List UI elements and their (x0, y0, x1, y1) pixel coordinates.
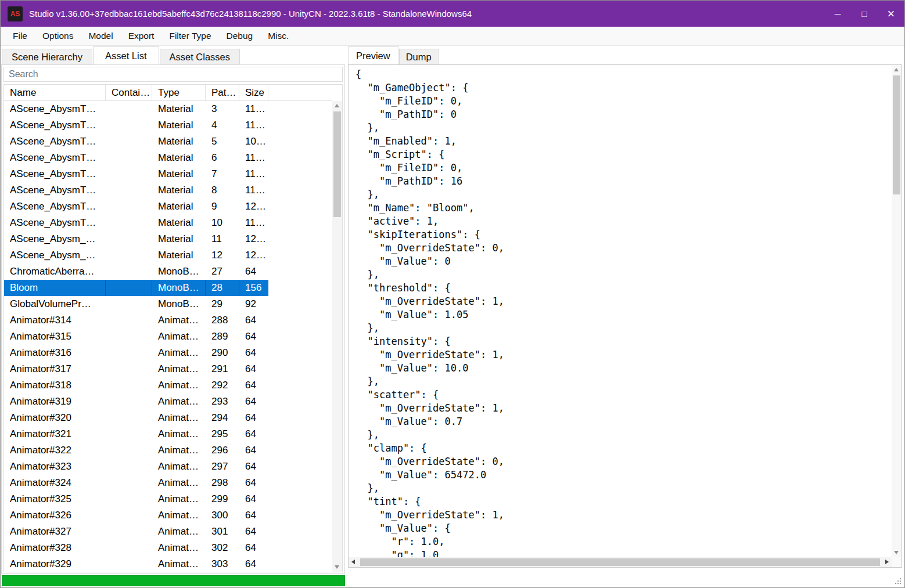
scrollbar-thumb[interactable] (333, 111, 341, 217)
cell: Material (152, 182, 206, 199)
asset-table-vertical-scrollbar[interactable] (332, 101, 342, 572)
cell: AScene_AbysmT… (4, 117, 106, 134)
preview-horizontal-scrollbar[interactable] (349, 557, 892, 567)
table-row[interactable]: AScene_AbysmT…Material1011… (4, 215, 268, 231)
dump-text: { "m_GameObject": { "m_FileID": 0, "m_Pa… (349, 65, 892, 557)
cell (106, 182, 152, 199)
column-header-contai[interactable]: Contai… (106, 85, 152, 100)
table-row[interactable]: Animator#328Animat…30264 (4, 540, 268, 556)
cell (106, 410, 152, 426)
table-row[interactable]: Animator#329Animat…30364 (4, 556, 268, 572)
maximize-button[interactable]: □ (851, 1, 878, 27)
table-row[interactable]: AScene_AbysmT…Material912… (4, 199, 268, 215)
menu-model[interactable]: Model (81, 27, 120, 45)
app-icon[interactable]: AS (8, 6, 23, 21)
table-row[interactable]: AScene_AbysmT…Material811… (4, 182, 268, 199)
cell: Animat… (152, 556, 206, 572)
scrollbar-thumb[interactable] (893, 75, 900, 194)
table-row[interactable]: AScene_AbysmT…Material711… (4, 166, 268, 182)
cell: 8 (206, 182, 239, 199)
table-row[interactable]: AScene_AbysmT…Material611… (4, 150, 268, 166)
tab-asset-classes[interactable]: Asset Classes (160, 49, 240, 64)
preview-textbox[interactable]: { "m_GameObject": { "m_FileID": 0, "m_Pa… (348, 64, 902, 568)
cell: 291 (206, 361, 239, 377)
menu-debug[interactable]: Debug (219, 27, 261, 45)
tab-asset-list[interactable]: Asset List (93, 46, 159, 64)
scroll-down-arrow-icon[interactable] (335, 565, 339, 569)
cell (106, 524, 152, 540)
cell: Animator#323 (4, 459, 106, 475)
tab-preview[interactable]: Preview (348, 46, 398, 64)
cell: AScene_AbysmT… (4, 215, 106, 231)
close-button[interactable]: × (878, 1, 904, 27)
table-row[interactable]: Animator#322Animat…29664 (4, 442, 268, 459)
cell: 64 (239, 312, 268, 329)
cell: MonoB… (152, 264, 206, 280)
cell: 301 (206, 524, 239, 540)
table-row[interactable]: Animator#318Animat…29264 (4, 377, 268, 394)
table-row[interactable]: AScene_AbysmT…Material510… (4, 134, 268, 150)
table-row[interactable]: Animator#327Animat…30164 (4, 524, 268, 540)
resize-grip[interactable] (895, 578, 902, 585)
table-row[interactable]: Animator#325Animat…29964 (4, 491, 268, 507)
menu-export[interactable]: Export (121, 27, 162, 45)
table-row[interactable]: Animator#324Animat…29864 (4, 475, 268, 491)
table-row[interactable]: Animator#317Animat…29164 (4, 361, 268, 377)
table-row[interactable]: Animator#319Animat…29364 (4, 394, 268, 410)
minimize-button[interactable]: ─ (824, 1, 851, 27)
cell: 12… (239, 247, 268, 264)
cell: Animator#324 (4, 475, 106, 491)
table-row[interactable]: AScene_Abysm_…Material1112… (4, 231, 268, 247)
column-header-size[interactable]: Size (239, 85, 268, 100)
cell (106, 199, 152, 215)
preview-vertical-scrollbar[interactable] (892, 65, 902, 557)
cell: 292 (206, 377, 239, 394)
table-row[interactable]: Animator#323Animat…29764 (4, 459, 268, 475)
scroll-right-arrow-icon[interactable] (885, 560, 889, 564)
search-input[interactable] (3, 67, 343, 82)
table-row[interactable]: Animator#316Animat…29064 (4, 345, 268, 361)
table-row[interactable]: BloomMonoB…28156 (4, 280, 268, 296)
cell (106, 426, 152, 442)
table-row[interactable]: GlobalVolumePr…MonoB…2992 (4, 296, 268, 312)
table-row[interactable]: Animator#315Animat…28964 (4, 329, 268, 345)
asset-table: NameContai…TypePat…Size AScene_AbysmT…Ma… (3, 84, 343, 572)
table-row[interactable]: Animator#326Animat…30064 (4, 507, 268, 524)
column-header-name[interactable]: Name (4, 85, 106, 100)
cell: Animator#327 (4, 524, 106, 540)
cell (106, 215, 152, 231)
scroll-up-arrow-icon[interactable] (335, 104, 339, 107)
cell: Animator#316 (4, 345, 106, 361)
table-row[interactable]: AScene_AbysmT…Material311… (4, 101, 268, 117)
cell (106, 540, 152, 556)
tab-scene-hierarchy[interactable]: Scene Hierarchy (2, 49, 92, 64)
table-row[interactable]: ChromaticAberra…MonoB…2764 (4, 264, 268, 280)
cell (106, 101, 152, 117)
cell: 64 (239, 394, 268, 410)
cell: 297 (206, 459, 239, 475)
cell: Material (152, 150, 206, 166)
scroll-left-arrow-icon[interactable] (351, 560, 355, 564)
cell: Animator#326 (4, 507, 106, 524)
table-row[interactable]: AScene_Abysm_…Material1212… (4, 247, 268, 264)
table-row[interactable]: Animator#321Animat…29564 (4, 426, 268, 442)
menu-options[interactable]: Options (35, 27, 81, 45)
window-controls: ─ □ × (824, 1, 904, 27)
tab-dump[interactable]: Dump (399, 49, 439, 64)
cell: Animator#320 (4, 410, 106, 426)
table-row[interactable]: Animator#314Animat…28864 (4, 312, 268, 329)
scroll-down-arrow-icon[interactable] (894, 551, 899, 554)
column-header-pat[interactable]: Pat… (206, 85, 239, 100)
scroll-up-arrow-icon[interactable] (894, 68, 899, 71)
table-row[interactable]: AScene_AbysmT…Material411… (4, 117, 268, 134)
cell: 299 (206, 491, 239, 507)
menu-misc[interactable]: Misc. (260, 27, 296, 45)
column-header-type[interactable]: Type (152, 85, 206, 100)
cell: 64 (239, 507, 268, 524)
scrollbar-thumb[interactable] (360, 558, 880, 566)
menu-file[interactable]: File (5, 27, 35, 45)
cell: Animat… (152, 426, 206, 442)
cell: Material (152, 166, 206, 182)
table-row[interactable]: Animator#320Animat…29464 (4, 410, 268, 426)
menu-filter-type[interactable]: Filter Type (161, 27, 218, 45)
